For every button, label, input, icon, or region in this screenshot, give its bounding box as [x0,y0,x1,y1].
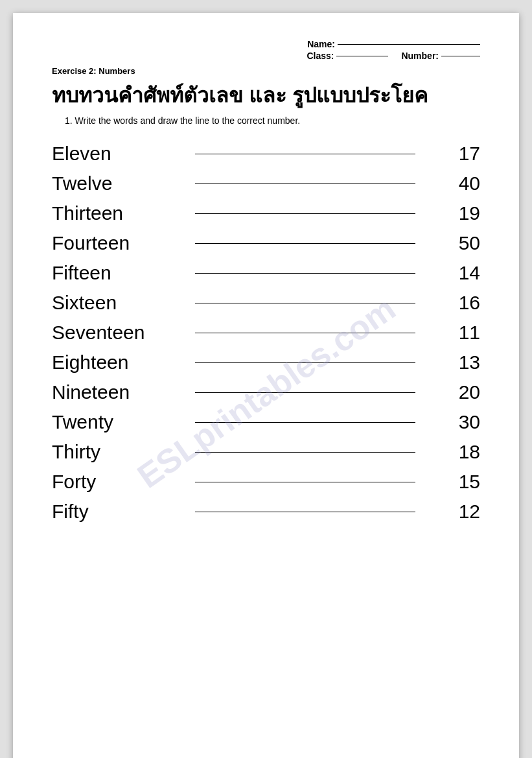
table-row: Eighteen13 [52,348,480,377]
number-value: 15 [454,471,480,493]
number-value: 14 [454,262,480,284]
number-value: 11 [454,322,480,344]
number-underline[interactable] [441,56,480,56]
numbers-section: Eleven17Twelve40Thirteen19Fourteen50Fift… [52,139,480,527]
table-row: Fifteen14 [52,258,480,288]
word-label: Fifteen [52,262,156,284]
word-label: Nineteen [52,381,156,403]
word-label: Seventeen [52,322,156,344]
table-row: Thirteen19 [52,198,480,228]
answer-line[interactable] [195,512,415,512]
word-label: Sixteen [52,292,156,314]
answer-line[interactable] [195,392,415,393]
name-underline[interactable] [338,44,480,45]
word-label: Fifty [52,501,156,523]
word-label: Fourteen [52,232,156,254]
class-group: Class: [306,51,388,61]
number-value: 40 [454,172,480,195]
word-label: Thirty [52,441,156,463]
word-label: Twenty [52,411,156,433]
table-row: Fifty12 [52,497,480,527]
name-label: Name: [307,39,335,49]
thai-title: ทบทวนคำศัพท์ตัวเลข และ รูปแบบประโยค [52,78,480,112]
table-row: Twelve40 [52,169,480,198]
word-label: Eighteen [52,351,156,373]
number-value: 16 [454,292,480,314]
name-line: Name: [307,39,480,49]
word-label: Forty [52,471,156,493]
answer-line[interactable] [195,243,415,244]
number-value: 30 [454,411,480,433]
answer-line[interactable] [195,333,415,333]
answer-line[interactable] [195,452,415,453]
worksheet-page: ESLprintables.com Name: Class: Number: E… [13,13,519,758]
class-underline[interactable] [336,56,388,56]
table-row: Seventeen11 [52,318,480,348]
answer-line[interactable] [195,154,415,154]
word-label: Twelve [52,172,156,195]
number-value: 18 [454,441,480,463]
class-number-line: Class: Number: [306,51,480,61]
number-value: 13 [454,351,480,373]
number-value: 12 [454,501,480,523]
answer-line[interactable] [195,422,415,423]
table-row: Eleven17 [52,139,480,169]
answer-line[interactable] [195,482,415,482]
table-row: Thirty18 [52,437,480,467]
number-value: 20 [454,381,480,403]
answer-line[interactable] [195,362,415,363]
word-label: Eleven [52,143,156,165]
table-row: Twenty30 [52,407,480,437]
answer-line[interactable] [195,213,415,214]
instruction-text: Write the words and draw the line to the… [75,115,301,126]
number-group: Number: [401,51,480,61]
table-row: Fourteen50 [52,228,480,258]
answer-line[interactable] [195,303,415,303]
class-label: Class: [306,51,334,61]
number-value: 19 [454,202,480,224]
answer-line[interactable] [195,184,415,184]
table-row: Forty15 [52,467,480,497]
header-section: Name: Class: Number: [52,39,480,61]
instruction-number: 1. [65,115,73,126]
number-value: 17 [454,143,480,165]
table-row: Nineteen20 [52,377,480,407]
number-value: 50 [454,232,480,254]
exercise-label: Exercise 2: Numbers [52,66,480,76]
instruction: 1. Write the words and draw the line to … [65,115,480,126]
number-label: Number: [401,51,439,61]
word-label: Thirteen [52,202,156,224]
answer-line[interactable] [195,273,415,274]
table-row: Sixteen16 [52,288,480,318]
